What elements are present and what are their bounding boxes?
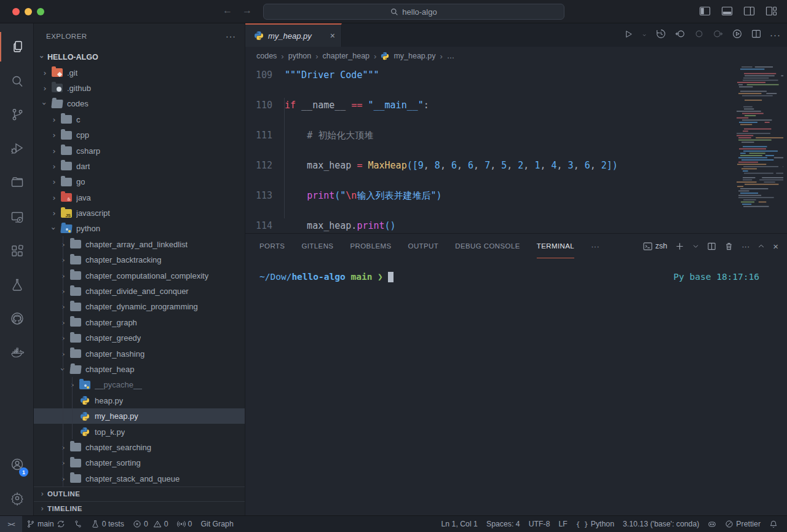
folder-codes[interactable]: ›codes (34, 96, 245, 111)
folder-chapter-searching[interactable]: ›chapter_searching (34, 440, 245, 455)
more-actions-icon[interactable]: ··· (770, 30, 781, 41)
folder-dart[interactable]: ›dart (34, 159, 245, 174)
command-center-search[interactable]: hello-algo (263, 4, 564, 20)
settings-icon[interactable] (0, 483, 34, 513)
folder-c[interactable]: ›c (34, 112, 245, 127)
folder-javascript[interactable]: ›JSjavascript (34, 205, 245, 221)
zoom-window-button[interactable] (37, 8, 44, 15)
breadcrumb-item[interactable]: codes (256, 52, 277, 60)
new-terminal-icon[interactable] (675, 242, 684, 251)
github-icon[interactable] (0, 304, 34, 333)
code-editor[interactable]: 109"""Driver Code"""110if __name__ == "_… (245, 65, 787, 233)
folder--git[interactable]: ›.git (34, 65, 245, 80)
split-terminal-icon[interactable] (707, 242, 716, 251)
layout-customize-icon[interactable] (765, 6, 777, 17)
explorer-icon[interactable] (0, 32, 34, 62)
run-icon[interactable] (623, 29, 633, 42)
folder-csharp[interactable]: ›csharp (34, 143, 245, 158)
breadcrumb-item[interactable]: python (288, 52, 312, 60)
statusbar-indentation[interactable]: Spaces: 4 (482, 516, 524, 532)
timeline-history-icon[interactable] (655, 28, 666, 42)
folder-python[interactable]: ›python (34, 221, 245, 236)
panel-tab-terminal[interactable]: TERMINAL (537, 234, 574, 258)
code-line-114[interactable]: 114 max_heap.print() (245, 218, 787, 233)
close-window-button[interactable] (12, 8, 20, 15)
statusbar-remote-indicator[interactable]: >< (0, 516, 22, 532)
testing-icon[interactable] (0, 270, 34, 300)
panel-more-icon[interactable]: ··· (742, 242, 749, 251)
layout-sidebar-left-icon[interactable] (699, 6, 711, 17)
statusbar-git-branch[interactable]: main (22, 516, 69, 532)
folder-chapter-backtracking[interactable]: ›chapter_backtracking (34, 252, 245, 268)
nav-back-icon[interactable]: ← (223, 5, 232, 16)
run-and-debug-icon[interactable] (0, 133, 34, 163)
panel-tab-debug-console[interactable]: DEBUG CONSOLE (455, 234, 520, 258)
folder--pycache-[interactable]: ›__pycache__ (34, 377, 245, 392)
folder-chapter-array-and-linkedlist[interactable]: ›chapter_array_and_linkedlist (34, 237, 245, 252)
file-my-heap-py[interactable]: my_heap.py (34, 408, 245, 424)
split-editor-icon[interactable] (751, 28, 762, 42)
code-line-110[interactable]: 110if __name__ == "__main__": (245, 98, 787, 113)
statusbar-copilot[interactable] (703, 516, 721, 532)
tab-close-icon[interactable]: × (330, 31, 335, 41)
kill-terminal-icon[interactable] (724, 242, 734, 251)
nav-forward-circle-icon[interactable] (713, 28, 724, 42)
statusbar-prettier[interactable]: Prettier (721, 516, 765, 532)
nav-circle-icon[interactable] (694, 28, 705, 42)
close-panel-icon[interactable]: × (773, 241, 778, 252)
statusbar-notifications[interactable] (765, 516, 782, 532)
maximize-panel-icon[interactable] (757, 242, 765, 251)
breadcrumb-item[interactable]: my_heap.py (394, 52, 435, 60)
docker-icon[interactable] (0, 338, 34, 367)
statusbar-eol[interactable]: LF (554, 516, 571, 532)
folder-chapter-divide-and-conquer[interactable]: ›chapter_divide_and_conquer (34, 284, 245, 299)
folder-java[interactable]: ›♨java (34, 190, 245, 205)
search-icon[interactable] (0, 66, 34, 96)
breadcrumb-item[interactable]: chapter_heap (323, 52, 370, 60)
terminal-content[interactable]: ~/Dow/hello-algo main ❯ Py base 18:17:16 (259, 272, 759, 282)
source-control-icon[interactable] (0, 100, 34, 129)
statusbar-encoding[interactable]: UTF-8 (524, 516, 555, 532)
panel-tab-ports[interactable]: PORTS (259, 234, 285, 258)
panel-tab-problems[interactable]: PROBLEMS (350, 234, 391, 258)
statusbar-git-graph-button[interactable] (69, 516, 87, 532)
terminal-instance[interactable]: zsh (643, 242, 667, 251)
folder-chapter-sorting[interactable]: ›chapter_sorting (34, 455, 245, 470)
run-dropdown-icon[interactable] (641, 30, 647, 41)
code-line-113[interactable]: 113 print("\n输入列表并建堆后") (245, 188, 787, 204)
extensions-icon[interactable] (0, 236, 34, 266)
remote-explorer-icon[interactable] (0, 202, 34, 232)
minimize-window-button[interactable] (25, 8, 32, 15)
folder-go[interactable]: ›go (34, 174, 245, 189)
accounts-icon[interactable]: 1 (0, 450, 34, 479)
section-timeline[interactable]: ›TIMELINE (34, 501, 245, 515)
tree-root-hello-algo[interactable]: › HELLO-ALGO (34, 49, 245, 65)
statusbar-git-graph-label[interactable]: Git Graph (196, 516, 237, 532)
panel-tabs-more-icon[interactable]: ··· (591, 242, 599, 251)
folder--github[interactable]: ›.github (34, 81, 245, 96)
folder-chapter-greedy[interactable]: ›chapter_greedy (34, 330, 245, 346)
file-heap-py[interactable]: heap.py (34, 393, 245, 408)
folder-chapter-dynamic-programming[interactable]: ›chapter_dynamic_programming (34, 299, 245, 314)
minimap[interactable] (735, 65, 783, 210)
panel-tab-gitlens[interactable]: GITLENS (301, 234, 333, 258)
panel-tab-output[interactable]: OUTPUT (408, 234, 439, 258)
folders-icon[interactable] (0, 167, 34, 197)
file-top-k-py[interactable]: top_k.py (34, 424, 245, 439)
statusbar-problems[interactable]: 00 (129, 516, 173, 532)
code-line-111[interactable]: 111 # 初始化大顶堆 (245, 128, 787, 143)
nav-back-circle-icon[interactable] (674, 28, 686, 42)
section-outline[interactable]: ›OUTLINE (34, 486, 245, 501)
tab-my-heap[interactable]: my_heap.py × (245, 23, 342, 47)
folder-cpp[interactable]: ›cpp (34, 127, 245, 143)
statusbar-language-mode[interactable]: { }Python (572, 516, 619, 532)
statusbar-tests[interactable]: 0 tests (87, 516, 129, 532)
launch-profile-icon[interactable] (692, 242, 699, 251)
layout-panel-icon[interactable] (721, 6, 733, 17)
code-line-109[interactable]: 109"""Driver Code""" (245, 68, 787, 83)
explorer-more-actions-icon[interactable]: ··· (226, 31, 236, 41)
statusbar-cursor-position[interactable]: Ln 1, Col 1 (437, 516, 481, 532)
layout-sidebar-right-icon[interactable] (743, 6, 755, 17)
folder-chapter-stack-and-queue[interactable]: ›chapter_stack_and_queue (34, 471, 245, 486)
folder-chapter-graph[interactable]: ›chapter_graph (34, 315, 245, 330)
